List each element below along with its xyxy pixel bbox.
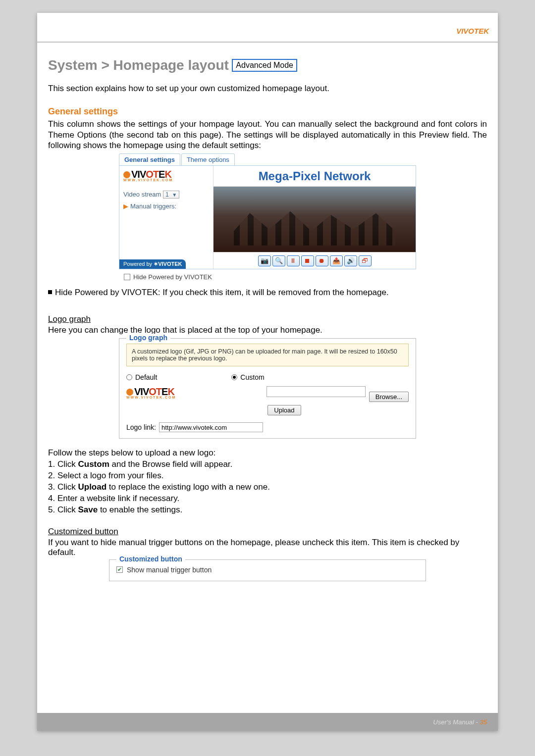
logo-graph-heading: Logo graph (48, 314, 487, 324)
page-title: System > Homepage layout (48, 57, 229, 73)
page-number: 35 (480, 718, 487, 726)
file-path-input[interactable] (267, 386, 366, 397)
page-footer: User's Manual - 35 (37, 713, 498, 731)
snapshot-button[interactable]: 📷 (258, 255, 271, 266)
radio-custom[interactable]: Custom (231, 373, 264, 381)
radio-icon (126, 374, 132, 380)
logo-link-input[interactable] (159, 422, 263, 432)
customized-button-legend: Customized button (116, 555, 185, 563)
logo-preview: VIVOTEK WWW.VIVOTEK.COM (126, 386, 211, 403)
stop-button[interactable]: ⏹ (301, 255, 314, 266)
show-manual-trigger-checkbox[interactable] (116, 566, 123, 573)
general-settings-heading: General settings (48, 106, 487, 117)
advanced-mode-badge: Advanced Mode (232, 59, 297, 72)
page-header: VIVOTEK (37, 13, 498, 43)
logo-graph-legend: Logo graph (126, 334, 170, 342)
preview-sidebar: VIVOTEK WWW.VIVOTEK.COM Video stream 1 ▼… (119, 166, 214, 269)
zoom-button[interactable]: 🔍 (272, 255, 285, 266)
brand-label: VIVOTEK (456, 27, 489, 35)
vivotek-logo: VIVOTEK WWW.VIVOTEK.COM (123, 169, 193, 186)
record-button[interactable]: ⏺ (316, 255, 328, 266)
radio-default[interactable]: Default (126, 373, 157, 381)
upload-steps: Follow the steps below to upload a new l… (48, 448, 487, 516)
tab-general-settings[interactable]: General settings (119, 153, 180, 165)
pause-button[interactable]: ⏸ (287, 255, 300, 266)
video-stream-label: Video stream (123, 191, 161, 198)
customized-button-desc: If you want to hide manual trigger butto… (48, 538, 487, 557)
radio-icon (231, 374, 237, 380)
logo-graph-fieldset: Logo graph A customized logo (Gif, JPG o… (119, 338, 416, 439)
expand-icon: ▶ (123, 202, 128, 210)
browse-button[interactable]: Browse... (369, 392, 409, 402)
logo-info-box: A customized logo (Gif, JPG or PNG) can … (126, 344, 409, 366)
logo-eye-icon (126, 389, 133, 396)
video-preview-area (214, 187, 416, 252)
customized-button-heading: Customized button (48, 527, 487, 537)
video-controls-bar: 📷 🔍 ⏸ ⏹ ⏺ 📤 🔊 🗗 (214, 252, 416, 269)
upload-button[interactable]: 📤 (330, 255, 343, 266)
video-stream-select[interactable]: 1 ▼ (163, 191, 179, 199)
intro-text: This section explains how to set up your… (48, 83, 487, 94)
manual-triggers-row[interactable]: ▶Manual triggers: (123, 202, 209, 210)
hide-powered-label: Hide Powered by VIVOTEK (133, 273, 212, 281)
bullet-icon (48, 290, 52, 294)
show-manual-trigger-label: Show manual trigger button (127, 566, 212, 574)
upload-logo-button[interactable]: Upload (268, 405, 301, 415)
preview-main-title: Mega-Pixel Network (259, 169, 371, 183)
logo-eye-icon (123, 171, 130, 178)
customized-button-fieldset: Customized button Show manual trigger bu… (109, 559, 426, 581)
fullscreen-button[interactable]: 🗗 (359, 255, 372, 266)
homepage-preview: General settings Theme options VIVOTEK W… (119, 153, 416, 281)
tab-theme-options[interactable]: Theme options (181, 153, 235, 165)
logo-subtext: WWW.VIVOTEK.COM (123, 178, 193, 182)
powered-by-bar: Powered by ✶VIVOTEK (119, 259, 186, 269)
logo-link-label: Logo link: (126, 423, 156, 431)
hide-powered-checkbox[interactable] (124, 274, 130, 280)
powered-by-brand: ✶VIVOTEK (154, 261, 182, 267)
footer-label: User's Manual - (433, 718, 480, 726)
audio-button[interactable]: 🔊 (344, 255, 357, 266)
chevron-down-icon: ▼ (172, 192, 177, 198)
logo-graph-subtext: Here you can change the logo that is pla… (48, 325, 487, 335)
general-settings-desc: This column shows the settings of your h… (48, 119, 487, 151)
video-stream-row: Video stream 1 ▼ (123, 191, 209, 199)
hide-powered-desc: Hide Powered by VIVOTEK: If you check th… (48, 288, 487, 298)
